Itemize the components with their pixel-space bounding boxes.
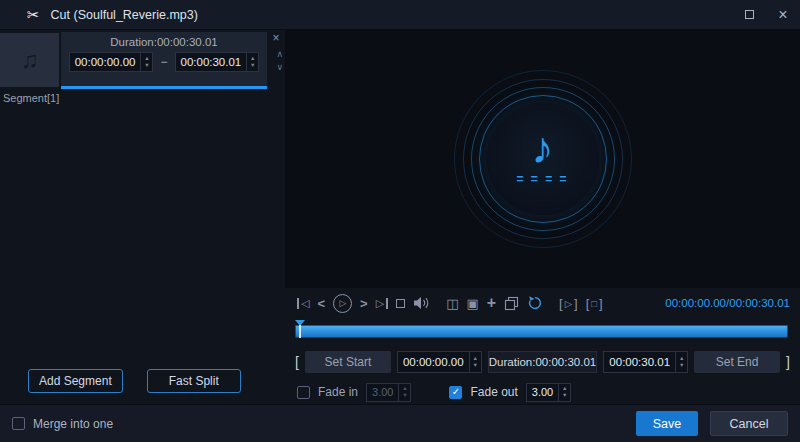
timeline-track[interactable] <box>295 325 788 338</box>
fade-in-checkbox[interactable] <box>297 386 310 399</box>
close-icon: × <box>778 7 787 23</box>
transport-toolbar: ◁ < ▷ > ▷ ◫ ▣ + [ ▷ ] [ □ ] 00:0 <box>285 288 800 318</box>
cancel-button[interactable]: Cancel <box>710 411 788 436</box>
scissors-icon: ✂ <box>27 7 40 22</box>
chevron-up-icon[interactable]: ∧ <box>276 50 283 59</box>
timeline[interactable] <box>295 320 788 340</box>
segment-thumbnail[interactable]: ♫ <box>0 33 59 87</box>
segment-progress-bar <box>61 86 267 89</box>
preview-disc: ♪ = = = = <box>487 103 599 215</box>
step-forward-icon[interactable]: > <box>360 297 368 310</box>
playhead-marker[interactable] <box>295 320 307 340</box>
fade-controls: Fade in 3.00 ▲ ▼ ✓ Fade out 3.00 ▲ ▼ <box>285 381 800 403</box>
speaker-icon <box>413 296 430 310</box>
play-segment-button[interactable]: [ ▷ ] <box>559 296 578 311</box>
footer-bar: Merge into one Save Cancel <box>0 404 800 442</box>
spin-down-icon: ▼ <box>562 393 567 399</box>
stop-icon <box>396 299 405 308</box>
spin-down-icon: ▼ <box>144 63 149 69</box>
window-title: Cut (Soulful_Reverie.mp3) <box>51 8 198 22</box>
segment-delete-button[interactable]: × <box>269 31 283 45</box>
set-start-button[interactable]: Set Start <box>305 351 391 373</box>
current-time: 00:00:00.00 <box>665 297 726 309</box>
play-button[interactable]: ▷ <box>333 294 352 313</box>
spin-up-icon: ▲ <box>679 356 684 362</box>
trim-start-spinner[interactable]: ▲ ▼ <box>469 352 481 372</box>
window-controls: × <box>732 0 800 30</box>
playback-time-display: 00:00:00.00/00:00:30.01 <box>665 297 790 309</box>
skip-to-end-icon[interactable]: ▷ <box>376 298 388 309</box>
spin-down-icon: ▼ <box>472 363 477 369</box>
step-back-icon[interactable]: < <box>317 297 325 310</box>
trim-start-input[interactable]: 00:00:00.00 ▲ ▼ <box>397 351 482 373</box>
segment-label: Segment[1] <box>3 92 59 104</box>
end-bracket: ] <box>786 354 790 370</box>
spin-down-icon: ▼ <box>402 393 407 399</box>
reset-button[interactable] <box>527 295 543 311</box>
range-separator: − <box>160 55 167 69</box>
volume-button[interactable] <box>413 296 430 310</box>
music-note-icon: ♫ <box>21 46 39 74</box>
fade-out-checkbox[interactable]: ✓ <box>449 386 462 399</box>
titlebar: ✂ Cut (Soulful_Reverie.mp3) × <box>0 0 800 30</box>
trim-duration-display: Duration:00:00:30.01 <box>488 351 598 373</box>
stop-segment-button[interactable]: [ □ ] <box>586 296 603 311</box>
fade-out-spinner[interactable]: ▲ ▼ <box>558 384 570 401</box>
equalizer-icon: = = = = <box>516 172 568 186</box>
start-bracket: [ <box>295 354 299 370</box>
maximize-icon <box>745 10 754 19</box>
fade-in-duration-input[interactable]: 3.00 ▲ ▼ <box>366 383 411 402</box>
close-button[interactable]: × <box>766 0 800 30</box>
music-note-icon: ♪ <box>532 126 554 170</box>
segment-end-input[interactable]: 00:00:30.01 ▲ ▼ <box>175 52 260 72</box>
skip-to-start-icon[interactable]: ◁ <box>297 298 309 309</box>
stop-segment-icon: □ <box>591 298 597 309</box>
preview-ring-outer: ♪ = = = = <box>454 70 632 248</box>
spin-down-icon: ▼ <box>679 363 684 369</box>
merge-into-one-checkbox[interactable] <box>12 417 25 430</box>
add-segment-icon[interactable]: + <box>487 295 496 311</box>
segment-start-spinner[interactable]: ▲ ▼ <box>140 53 152 71</box>
merge-into-one-label: Merge into one <box>33 417 113 431</box>
spin-up-icon: ▲ <box>562 386 567 392</box>
copy-segment-button[interactable] <box>504 296 519 311</box>
trim-end-spinner[interactable]: ▲ ▼ <box>675 352 687 372</box>
play-segment-icon: ▷ <box>565 298 572 309</box>
chevron-down-icon[interactable]: ∨ <box>276 63 283 72</box>
spin-down-icon: ▼ <box>250 63 255 69</box>
audio-preview-area: ♪ = = = = <box>285 30 800 288</box>
fade-out-label: Fade out <box>470 385 517 399</box>
segment-duration: Duration:00:00:30.01 <box>61 32 267 48</box>
segment-card[interactable]: Duration:00:00:30.01 00:00:00.00 ▲ ▼ − 0… <box>61 32 267 89</box>
reset-icon <box>527 295 543 311</box>
spin-up-icon: ▲ <box>402 386 407 392</box>
spin-up-icon: ▲ <box>472 356 477 362</box>
maximize-button[interactable] <box>732 0 766 30</box>
segment-list-panel: ♫ Segment[1] Duration:00:00:30.01 00:00:… <box>0 30 285 404</box>
fade-in-spinner[interactable]: ▲ ▼ <box>398 384 410 401</box>
copy-icon <box>504 296 519 311</box>
fast-split-button[interactable]: Fast Split <box>147 369 241 393</box>
add-segment-button[interactable]: Add Segment <box>28 369 123 393</box>
stop-button[interactable] <box>396 299 405 308</box>
play-icon: ▷ <box>340 299 347 308</box>
checkmark-icon: ✓ <box>452 387 460 397</box>
delete-icon: × <box>272 31 279 45</box>
split-segment-icon[interactable]: ◫ <box>446 297 458 310</box>
total-time: 00:00:30.01 <box>729 297 790 309</box>
trim-controls: [ Set Start 00:00:00.00 ▲ ▼ Duration:00:… <box>285 350 800 374</box>
spin-up-icon: ▲ <box>250 56 255 62</box>
fade-out-duration-input[interactable]: 3.00 ▲ ▼ <box>526 383 571 402</box>
trim-end-input[interactable]: 00:00:30.01 ▲ ▼ <box>603 351 688 373</box>
set-end-button[interactable]: Set End <box>694 351 780 373</box>
spin-up-icon: ▲ <box>144 56 149 62</box>
fade-in-label: Fade in <box>318 385 358 399</box>
save-button[interactable]: Save <box>636 411 698 436</box>
segment-reorder: ∧ ∨ <box>276 50 283 72</box>
frame-capture-icon[interactable]: ▣ <box>466 297 478 310</box>
segment-end-spinner[interactable]: ▲ ▼ <box>246 53 258 71</box>
segment-start-input[interactable]: 00:00:00.00 ▲ ▼ <box>69 52 154 72</box>
